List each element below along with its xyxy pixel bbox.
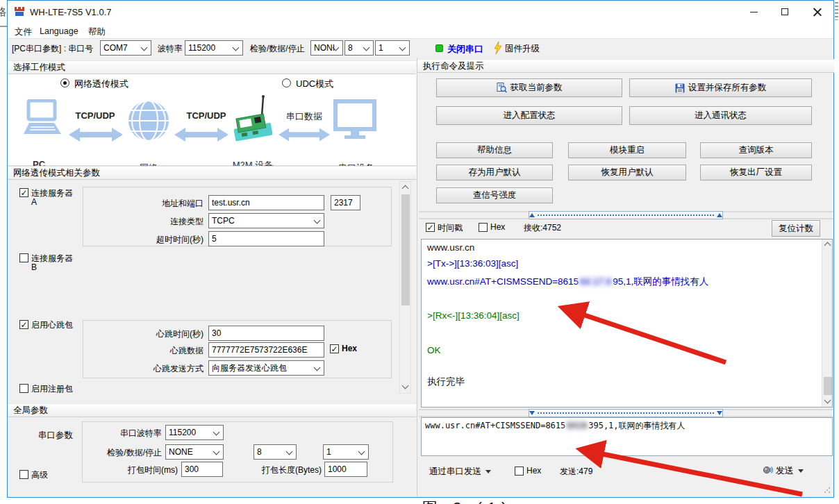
menu-language[interactable]: Language	[37, 25, 81, 37]
com-port-select[interactable]: COM7	[100, 40, 151, 56]
serial-toolbar: [PC串口参数] : 串口号 COM7 波特率 115200 检验/数据/停止 …	[8, 38, 833, 58]
log-scrollbar[interactable]	[822, 240, 833, 407]
close-button[interactable]	[806, 3, 829, 20]
global-databits-select[interactable]: 8	[254, 444, 297, 460]
save-user-default-button[interactable]: 存为用户默认	[436, 165, 553, 180]
server-a-checkbox[interactable]: ✓	[19, 188, 28, 197]
reset-count-button[interactable]: 复位计数	[772, 220, 820, 237]
collapse-down-icon[interactable]	[717, 411, 722, 415]
get-params-button[interactable]: 获取当前参数	[436, 78, 622, 97]
params-scrollbar-thumb[interactable]	[401, 194, 410, 305]
query-version-button[interactable]: 查询版本	[700, 142, 812, 158]
log-splitter-bottom[interactable]	[419, 409, 833, 417]
transparent-mode-radio[interactable]	[60, 78, 69, 87]
enter-config-button[interactable]: 进入配置状态	[436, 106, 622, 125]
log-line: OK	[427, 345, 441, 355]
scroll-up-icon[interactable]	[402, 185, 409, 192]
save-floppy-icon	[675, 83, 685, 93]
timeout-input[interactable]: 5	[208, 231, 324, 246]
collapse-down-icon[interactable]	[529, 411, 535, 415]
log-splitter-top[interactable]	[419, 211, 833, 219]
arrow-net-m2m-icon	[174, 127, 229, 142]
send-text: www.usr.cn#AT+CISMSSEND=86158418395,1,联网…	[425, 420, 686, 432]
background-caption: 图 2 (1)	[422, 498, 512, 504]
hb-time-input[interactable]: 30	[208, 326, 324, 341]
server-b-label: 连接服务器	[31, 253, 73, 264]
conn-type-select[interactable]: TCPC	[208, 213, 324, 228]
advanced-checkbox[interactable]	[19, 470, 28, 479]
stopbits-select[interactable]: 1	[375, 40, 410, 56]
background-left-glyph: 格	[0, 6, 6, 19]
resize-grip-icon[interactable]	[824, 487, 831, 494]
splitter-handle[interactable]	[529, 409, 723, 417]
pack-time-label: 打包时间(ms)	[119, 464, 178, 476]
server-a-label: 连接服务器	[31, 187, 73, 199]
server-a-address-input[interactable]: test.usr.cn	[208, 195, 324, 210]
send-hex-checkbox[interactable]	[515, 467, 524, 476]
global-baud-select[interactable]: 115200	[165, 425, 224, 440]
timeout-label: 超时时间(秒)	[140, 234, 203, 246]
global-parity-label: 检验/数据/停止	[98, 447, 162, 459]
search-doc-icon	[497, 83, 507, 93]
hb-mode-label: 心跳发送方式	[140, 363, 203, 375]
maximize-button[interactable]	[774, 3, 796, 20]
send-button[interactable]: 发送	[763, 464, 804, 477]
send-hex-label: Hex	[526, 466, 541, 476]
register-checkbox[interactable]	[19, 384, 28, 393]
timestamp-checkbox[interactable]: ✓	[426, 223, 435, 232]
splitter-dots	[538, 215, 714, 216]
restore-user-default-button[interactable]: 恢复用户默认	[568, 165, 686, 180]
set-save-params-button[interactable]: 设置并保存所有参数	[629, 78, 812, 97]
help-info-label: 帮助信息	[477, 144, 512, 156]
send-input-area[interactable]: www.usr.cn#AT+CISMSSEND=86158418395,1,联网…	[421, 417, 833, 456]
databits-select[interactable]: 8	[344, 40, 374, 56]
menu-file[interactable]: 文件	[12, 25, 35, 40]
pack-len-label: 打包长度(Bytes)	[252, 464, 322, 476]
hb-hex-checkbox[interactable]: ✓	[330, 344, 339, 353]
splitter-handle[interactable]	[529, 211, 723, 219]
pack-len-input[interactable]: 1000	[324, 462, 367, 477]
global-parity-select[interactable]: NONE	[165, 444, 224, 460]
restore-factory-button[interactable]: 恢复出厂设置	[700, 165, 812, 180]
params-scrollbar[interactable]	[399, 181, 411, 394]
close-icon	[813, 8, 822, 16]
help-info-button[interactable]: 帮助信息	[436, 142, 553, 158]
parity-select[interactable]: NONI	[310, 40, 343, 56]
menu-help[interactable]: 帮助	[85, 25, 108, 40]
censored-phone-digits: 64 17 8	[579, 276, 613, 287]
hb-mode-select[interactable]: 向服务器发送心跳包	[208, 360, 324, 376]
global-stopbits-select[interactable]: 1	[323, 444, 369, 460]
hb-data-input[interactable]: 7777772E7573722E636E	[208, 342, 324, 358]
server-b-checkbox[interactable]	[19, 253, 28, 262]
firmware-upgrade-button[interactable]: 固件升级	[505, 43, 540, 55]
collapse-up-icon[interactable]	[717, 213, 722, 217]
scroll-up-icon[interactable]	[824, 242, 831, 249]
log-scrollbar-thumb[interactable]	[824, 377, 832, 395]
module-restart-label: 模块重启	[610, 144, 645, 156]
close-port-button[interactable]: 关闭串口	[447, 43, 483, 56]
log-hex-checkbox[interactable]	[479, 223, 488, 232]
enter-comm-button[interactable]: 进入通讯状态	[629, 106, 812, 125]
udc-mode-radio[interactable]	[282, 78, 291, 87]
pack-time-input[interactable]: 300	[181, 462, 223, 477]
minimize-button[interactable]	[742, 3, 765, 20]
diagram-link3-label: 串口数据	[280, 110, 329, 123]
query-version-label: 查询版本	[739, 144, 774, 156]
log-line: >[Tx->][13:36:03][asc]	[427, 258, 518, 269]
net-params-section-title: 网络透传模式相关参数	[8, 166, 416, 180]
baud-select[interactable]: 115200	[185, 40, 243, 56]
scroll-down-icon[interactable]	[402, 383, 409, 389]
query-signal-button[interactable]: 查信号强度	[436, 187, 553, 203]
serial-params-label: 串口参数	[38, 430, 73, 442]
query-signal-label: 查信号强度	[473, 190, 517, 201]
collapse-up-icon[interactable]	[529, 213, 535, 217]
send-via-serial-dropdown[interactable]: 通过串口发送	[429, 466, 491, 478]
commands-section-title: 执行命令及提示	[417, 59, 834, 73]
parity-label: 检验/数据/停止	[250, 43, 305, 55]
scroll-down-icon[interactable]	[824, 397, 831, 404]
minimize-icon	[750, 12, 758, 12]
server-a-port-input[interactable]: 2317	[331, 195, 360, 210]
module-restart-button[interactable]: 模块重启	[568, 142, 686, 158]
log-output[interactable]: www.usr.cn >[Tx->][13:36:03][asc] www.us…	[421, 239, 833, 408]
heartbeat-checkbox[interactable]: ✓	[19, 320, 28, 329]
